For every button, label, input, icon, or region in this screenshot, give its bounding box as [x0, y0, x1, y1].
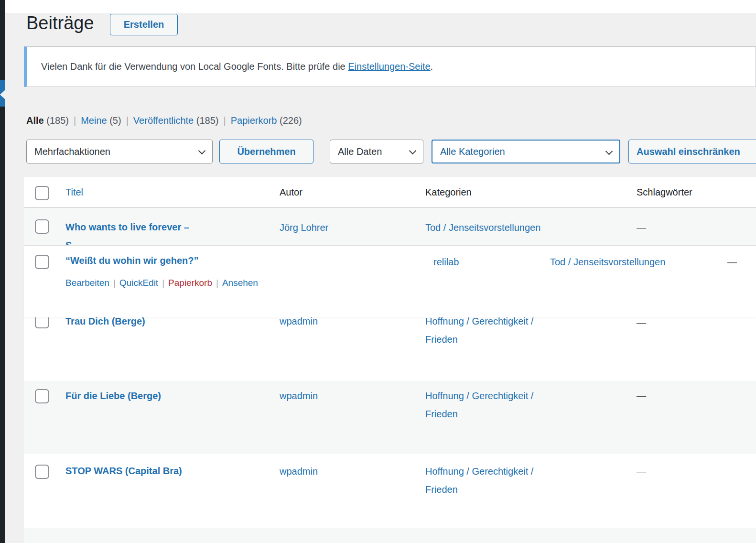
view-mine-count: (5) — [109, 115, 121, 126]
tags-empty-dash: — — [637, 464, 646, 478]
author-link[interactable]: Jörg Lohrer — [280, 220, 328, 235]
top-white-band — [5, 0, 756, 13]
view-trash[interactable]: Papierkorb (226) — [231, 115, 302, 126]
post-title-link[interactable]: Who wants to live forever – — [65, 220, 189, 234]
table-row — [24, 528, 756, 543]
categories-link-line2[interactable]: Frieden — [425, 407, 458, 421]
quickedit-action[interactable]: QuickEdit — [119, 278, 158, 288]
view-all[interactable]: Alle (185) — [26, 115, 69, 126]
categories-link[interactable]: Tod / Jenseitsvorstellungen — [550, 255, 665, 269]
view-published[interactable]: Veröffentlichte (185) — [133, 115, 219, 126]
post-title-link[interactable]: “Weißt du wohin wir gehen?” — [65, 254, 199, 267]
page-title: Beiträge — [26, 11, 94, 34]
category-filter-value: Alle Kategorien — [440, 146, 505, 157]
chevron-down-icon — [409, 147, 417, 155]
sidebar-pointer-arrow — [0, 90, 5, 99]
categories-link[interactable]: Hoffnung / Gerechtigkeit / — [425, 389, 533, 403]
bulk-actions-select[interactable]: Mehrfachaktionen — [26, 140, 213, 163]
notice-text-after: . — [431, 61, 433, 72]
category-filter-select[interactable]: Alle Kategorien — [432, 140, 620, 163]
row-checkbox[interactable] — [35, 219, 49, 234]
notice-text-before: Vielen Dank für die Verwendung von Local… — [41, 61, 348, 72]
author-link[interactable]: wpadmin — [280, 389, 318, 403]
column-header-categories: Kategorien — [425, 185, 472, 199]
row-checkbox[interactable] — [35, 465, 49, 479]
filter-button[interactable]: Auswahl einschränken — [628, 140, 756, 163]
categories-link[interactable]: Tod / Jenseitsvorstellungen — [425, 220, 540, 235]
tags-empty-dash: — — [637, 220, 646, 235]
tags-empty-dash: — — [637, 389, 646, 403]
categories-link[interactable]: Hoffnung / Gerechtigkeit / — [425, 464, 533, 478]
separator: | — [219, 115, 231, 126]
post-title-link[interactable]: Für die Liebe (Berge) — [65, 389, 161, 402]
chevron-down-icon — [605, 148, 613, 155]
view-all-count: (185) — [46, 115, 69, 126]
trash-action[interactable]: Papierkorb — [168, 278, 212, 288]
row-checkbox[interactable] — [35, 389, 49, 403]
view-published-count: (185) — [196, 115, 219, 126]
notice-text: Vielen Dank für die Verwendung von Local… — [41, 61, 433, 72]
separator: | — [158, 278, 168, 288]
row-checkbox[interactable] — [35, 255, 49, 269]
apply-button[interactable]: Übernehmen — [219, 140, 313, 163]
edit-action[interactable]: Bearbeiten — [65, 278, 109, 288]
chevron-down-icon — [198, 147, 206, 155]
post-title-link[interactable]: STOP WARS (Capital Bra) — [65, 464, 182, 478]
posts-admin-page: Beiträge Erstellen Vielen Dank für die V… — [0, 0, 756, 543]
separator: | — [121, 115, 133, 126]
date-filter-select[interactable]: Alle Daten — [330, 140, 423, 163]
view-mine[interactable]: Meine (5) — [81, 115, 121, 126]
view-action[interactable]: Ansehen — [222, 278, 258, 288]
tags-empty-dash: — — [637, 315, 646, 330]
date-filter-value: Alle Daten — [338, 146, 382, 157]
column-header-tags: Schlagwörter — [637, 185, 692, 199]
admin-notice: Vielen Dank für die Verwendung von Local… — [24, 46, 756, 87]
create-post-button[interactable]: Erstellen — [110, 14, 178, 35]
separator: | — [212, 278, 222, 288]
select-all-checkbox[interactable] — [35, 186, 49, 200]
view-trash-count: (226) — [280, 115, 302, 126]
separator: | — [69, 115, 81, 126]
settings-page-link[interactable]: Einstellungen-Seite — [348, 61, 430, 72]
categories-link-line2[interactable]: Frieden — [425, 482, 458, 497]
view-filter-nav: Alle (185) | Meine (5) | Veröffentlichte… — [26, 114, 302, 127]
bulk-actions-value: Mehrfachaktionen — [34, 146, 110, 157]
column-header-title[interactable]: Titel — [65, 185, 83, 199]
column-header-author: Autor — [280, 185, 302, 199]
author-link[interactable]: relilab — [433, 255, 459, 269]
categories-link-line2[interactable]: Frieden — [425, 332, 458, 347]
tags-empty-dash: — — [727, 255, 737, 269]
author-link[interactable]: wpadmin — [280, 464, 318, 478]
row-actions: Bearbeiten|QuickEdit|Papierkorb|Ansehen — [65, 278, 258, 288]
separator: | — [109, 278, 119, 288]
